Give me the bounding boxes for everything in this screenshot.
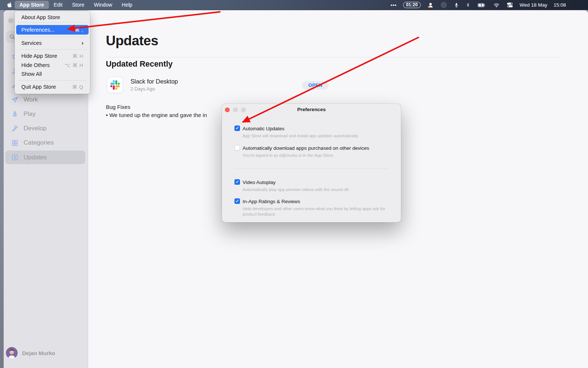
preferences-dialog: Preferences Automatic Updates App Store … — [222, 104, 401, 222]
menu-bar-status: ••• 01:20 Wed 18 May — [391, 0, 588, 10]
sidebar-item-label: Updates — [24, 154, 47, 161]
window-close-button-inactive[interactable] — [8, 18, 13, 23]
sidebar-item-updates[interactable]: Updates — [5, 151, 85, 164]
menu-separator — [18, 80, 87, 81]
account-name: Dejan Murko — [22, 350, 55, 356]
menu-item-hide-app-store[interactable]: Hide App Store ⌘ H — [16, 52, 89, 60]
menu-item-hide-others[interactable]: Hide Others ⌥ ⌘ H — [16, 61, 89, 69]
section-title: Updated Recently — [106, 60, 173, 69]
option-description: Automatically play app preview videos wi… — [243, 187, 349, 192]
dialog-title: Preferences — [222, 107, 401, 112]
menu-item-label: Quit App Store — [21, 84, 56, 90]
download-icon — [11, 153, 19, 161]
menubar-clock[interactable]: 15:08 — [553, 2, 566, 8]
sidebar-item-work[interactable]: Work — [5, 93, 85, 107]
battery-charging-icon[interactable] — [477, 1, 487, 9]
menubar-item-edit[interactable]: Edit — [49, 1, 67, 9]
sidebar-item-label: Work — [24, 96, 38, 103]
menu-item-label: Services — [21, 40, 42, 46]
bluetooth-icon[interactable] — [466, 1, 470, 8]
divider — [106, 57, 560, 57]
menu-item-label: About App Store — [21, 14, 60, 20]
dialog-titlebar: Preferences — [222, 104, 401, 115]
grid-icon — [11, 139, 19, 147]
timer-badge[interactable]: 01:20 — [403, 2, 421, 8]
focus-rings-icon[interactable] — [440, 1, 447, 8]
menu-bar: App Store Edit Store Window Help ••• 01:… — [0, 0, 588, 10]
menubar-item-help[interactable]: Help — [117, 1, 137, 9]
menu-item-shortcut: ⌘ H — [72, 53, 83, 59]
sidebar-item-label: Develop — [24, 125, 46, 132]
option-description: You're signed in as d@murko.si in the Ap… — [243, 153, 334, 158]
auto-download-checkbox[interactable] — [234, 145, 240, 151]
hammer-icon — [11, 125, 19, 132]
video-autoplay-checkbox[interactable] — [234, 179, 240, 185]
face-app-icon[interactable] — [427, 1, 434, 9]
page-title: Updates — [106, 33, 158, 49]
release-notes-heading: Bug Fixes — [106, 104, 130, 110]
menubar-item-window[interactable]: Window — [89, 1, 117, 9]
account-row[interactable]: Dejan Murko — [6, 347, 55, 359]
menu-item-shortcut: ⌘ , — [75, 27, 83, 33]
paper-plane-icon — [11, 96, 19, 104]
option-label: Automatically download apps purchased on… — [243, 145, 369, 151]
option-label: Video Autoplay — [243, 180, 276, 185]
more-icon[interactable]: ••• — [391, 2, 397, 8]
menu-item-label: Hide App Store — [21, 53, 57, 59]
rocket-icon — [11, 110, 19, 118]
menu-item-preferences[interactable]: Preferences... ⌘ , — [16, 25, 89, 35]
menu-item-about-app-store[interactable]: About App Store — [16, 13, 89, 21]
sidebar-item-label: Categories — [24, 139, 54, 146]
menu-separator — [18, 37, 87, 37]
option-description: Help developers and other users know wha… — [243, 206, 397, 217]
menu-item-services[interactable]: Services › — [16, 39, 89, 47]
release-notes-line: • We tuned up the engine and gave the in — [106, 112, 207, 118]
menubar-item-store[interactable]: Store — [67, 1, 89, 9]
option-description: App Store will download and install app … — [243, 133, 359, 139]
avatar — [6, 347, 18, 359]
dialog-separator — [234, 169, 390, 169]
microphone-icon[interactable] — [453, 1, 459, 9]
open-button[interactable]: OPEN — [302, 81, 329, 90]
slack-app-icon[interactable] — [107, 77, 123, 93]
option-label: Automatic Updates — [243, 126, 284, 131]
chevron-right-icon: › — [82, 40, 83, 46]
menu-item-shortcut: ⌥ ⌘ H — [65, 62, 83, 68]
menubar-item-app-store[interactable]: App Store — [15, 1, 49, 9]
option-label: In-App Ratings & Reviews — [243, 199, 300, 204]
screen: Work Play Develop Categories Updates — [0, 0, 588, 368]
in-app-ratings-checkbox[interactable] — [234, 198, 240, 204]
menu-item-label: Preferences... — [21, 27, 54, 33]
sidebar-item-categories[interactable]: Categories — [5, 136, 85, 150]
apple-icon[interactable] — [7, 2, 12, 8]
menu-item-shortcut: ⌘ Q — [72, 84, 83, 90]
menu-item-label: Hide Others — [21, 62, 50, 68]
sidebar-item-play[interactable]: Play — [5, 107, 85, 121]
sidebar-item-label: Play — [24, 110, 36, 118]
control-center-icon[interactable] — [506, 1, 513, 8]
menu-item-label: Show All — [21, 71, 42, 77]
menu-bar-left: App Store Edit Store Window Help — [0, 1, 137, 9]
app-store-menu: About App Store Preferences... ⌘ , Servi… — [15, 11, 90, 94]
menu-item-show-all[interactable]: Show All — [16, 70, 89, 78]
app-updated-when: 2 Days Ago — [130, 86, 155, 92]
app-name: Slack for Desktop — [130, 78, 178, 85]
automatic-updates-checkbox[interactable] — [234, 125, 240, 131]
menu-separator — [18, 49, 87, 50]
slack-logo-icon — [110, 80, 120, 90]
menubar-date[interactable]: Wed 18 May — [520, 2, 548, 8]
desktop-edge — [0, 10, 4, 368]
menu-separator — [18, 22, 87, 23]
wifi-icon[interactable] — [493, 2, 500, 8]
menu-item-quit-app-store[interactable]: Quit App Store ⌘ Q — [16, 83, 89, 91]
sidebar-item-develop[interactable]: Develop — [5, 121, 85, 135]
